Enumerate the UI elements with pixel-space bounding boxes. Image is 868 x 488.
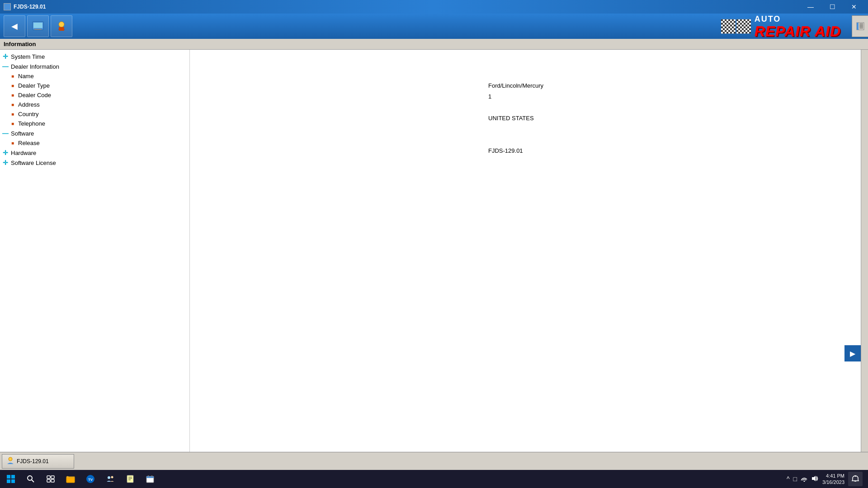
users-button[interactable]	[101, 470, 119, 488]
tree-label-system-time: System Time	[11, 53, 45, 60]
app-icon	[4, 3, 11, 10]
title-bar-controls: — ☐ ✕	[800, 0, 864, 14]
svg-rect-21	[51, 479, 54, 482]
tree-item-system-time[interactable]: ✛ System Time	[0, 52, 189, 61]
logo-repair-aid-text: REPAIR AID	[755, 24, 841, 38]
svg-rect-4	[59, 27, 64, 31]
tree-label-dealer-type: Dealer Type	[18, 82, 50, 89]
file-explorer-button[interactable]	[61, 470, 80, 488]
search-button[interactable]	[22, 470, 40, 488]
svg-point-38	[855, 475, 856, 477]
toolbar-btn-3[interactable]	[51, 15, 72, 37]
tree-label-country: Country	[18, 111, 39, 117]
plus-icon-system-time: ✛	[2, 53, 9, 60]
time-display: 4:41 PM	[822, 473, 844, 479]
checkered-flag-1	[721, 19, 736, 33]
svg-rect-18	[47, 476, 50, 479]
notes-button[interactable]	[121, 470, 139, 488]
svg-rect-12	[7, 475, 10, 479]
nav-header: Information	[0, 39, 868, 50]
leaf-icon-dealer-type: ■	[9, 83, 16, 88]
svg-point-3	[59, 22, 64, 27]
tree-item-dealer-information[interactable]: — Dealer Information	[0, 61, 189, 71]
tree-label-hardware: Hardware	[11, 150, 36, 156]
tray-chevron[interactable]: ^	[787, 475, 790, 483]
leaf-icon-release: ■	[9, 141, 16, 145]
tree-label-software: Software	[11, 130, 34, 137]
svg-rect-22	[66, 478, 75, 483]
tree-item-telephone[interactable]: ■ Telephone	[0, 119, 189, 128]
svg-rect-14	[7, 479, 10, 483]
svg-text:TV: TV	[88, 478, 93, 482]
value-dealer-type: Ford/Lincoln/Mercury	[488, 82, 543, 89]
checkered-flags	[721, 19, 751, 33]
tray-network[interactable]	[801, 475, 808, 483]
tree-item-name[interactable]: ■ Name	[0, 71, 189, 81]
tree-label-name: Name	[18, 73, 34, 80]
logo-text: AUTO REPAIR AID	[755, 14, 841, 38]
svg-rect-20	[47, 479, 50, 482]
tree-label-telephone: Telephone	[18, 120, 45, 127]
maximize-button[interactable]: ☐	[822, 0, 843, 14]
taskbar-right: ^ □ 4:41 PM 3/16/2023	[787, 472, 866, 486]
tree-item-hardware[interactable]: ✛ Hardware	[0, 148, 189, 158]
tree-item-address[interactable]: ■ Address	[0, 100, 189, 109]
tree-item-software[interactable]: — Software	[0, 128, 189, 138]
scrollbar[interactable]	[861, 50, 868, 452]
taskbar-app-icon	[6, 456, 15, 467]
svg-rect-15	[11, 479, 15, 483]
taskbar-app-item[interactable]: FJDS-129.01	[2, 454, 74, 469]
svg-point-25	[108, 476, 110, 479]
svg-rect-2	[34, 29, 42, 30]
leaf-icon-address: ■	[9, 102, 16, 107]
sidebar-toggle-button[interactable]	[852, 15, 868, 37]
windows-taskbar: TV	[0, 470, 868, 488]
svg-point-26	[111, 476, 113, 479]
app-taskbar: FJDS-129.01	[0, 452, 868, 470]
back-button[interactable]: ◀	[4, 15, 25, 37]
calendar-button[interactable]	[141, 470, 159, 488]
tree-label-dealer-information: Dealer Information	[11, 63, 59, 70]
tree-item-dealer-code[interactable]: ■ Dealer Code	[0, 90, 189, 100]
svg-rect-13	[11, 475, 15, 479]
toolbar-btn-2[interactable]	[27, 15, 49, 37]
title-bar-left: FJDS-129.01	[4, 3, 46, 10]
tree-item-dealer-type[interactable]: ■ Dealer Type	[0, 81, 189, 90]
tray-display[interactable]: □	[793, 475, 797, 483]
minus-icon-software: —	[2, 130, 9, 137]
svg-point-35	[804, 480, 805, 482]
tree-item-country[interactable]: ■ Country	[0, 109, 189, 119]
tree-panel: ✛ System Time — Dealer Information ■ Nam…	[0, 50, 190, 452]
notification-icon[interactable]	[848, 472, 863, 486]
nav-title: Information	[4, 41, 36, 47]
toolbar: ◀ AUTO REPAIR AID	[0, 14, 868, 39]
start-button[interactable]	[2, 470, 20, 488]
tree-item-software-license[interactable]: ✛ Software License	[0, 158, 189, 168]
task-view-button[interactable]	[42, 470, 60, 488]
title-bar-title: FJDS-129.01	[14, 4, 46, 10]
teamviewer-button[interactable]: TV	[81, 470, 99, 488]
taskbar-left: TV	[2, 470, 159, 488]
tray-volume[interactable]	[811, 475, 819, 483]
svg-rect-32	[146, 476, 154, 478]
value-release: FJDS-129.01	[488, 147, 523, 154]
svg-rect-1	[33, 23, 42, 28]
svg-point-16	[28, 476, 32, 480]
taskbar-app-label: FJDS-129.01	[17, 458, 49, 465]
leaf-icon-telephone: ■	[9, 121, 16, 126]
tree-item-release[interactable]: ■ Release	[0, 138, 189, 148]
content-panel: Ford/Lincoln/Mercury 1 UNITED STATES FJD…	[190, 50, 861, 452]
value-dealer-code: 1	[488, 93, 491, 100]
tree-label-address: Address	[18, 101, 40, 108]
title-bar: FJDS-129.01 — ☐ ✕	[0, 0, 868, 14]
logo-auto-text: AUTO	[755, 14, 781, 24]
plus-icon-software-license: ✛	[2, 159, 9, 166]
plus-icon-hardware: ✛	[2, 149, 9, 156]
leaf-icon-country: ■	[9, 112, 16, 117]
taskbar-time[interactable]: 4:41 PM 3/16/2023	[822, 473, 844, 486]
close-button[interactable]: ✕	[844, 0, 864, 14]
minimize-button[interactable]: —	[800, 0, 821, 14]
svg-point-11	[9, 457, 12, 461]
right-arrow-button[interactable]: ▶	[844, 345, 861, 361]
leaf-icon-name: ■	[9, 74, 16, 79]
